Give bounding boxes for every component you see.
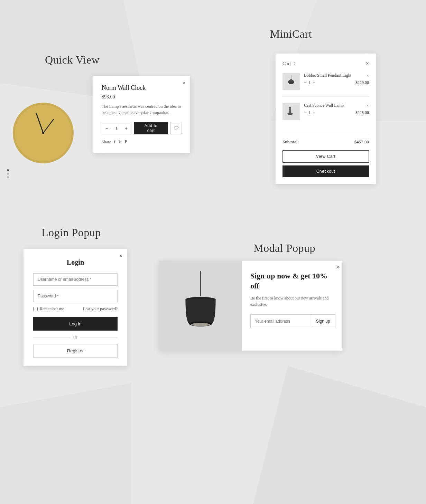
cart-item-1-remove-button[interactable]: × xyxy=(366,73,369,78)
svg-point-9 xyxy=(288,82,294,84)
cart-item-1-image xyxy=(283,73,300,90)
email-signup-input[interactable] xyxy=(251,315,311,328)
subtotal-label: Subtotal: xyxy=(283,139,299,145)
cart-item-2-price: $228.00 xyxy=(355,110,369,115)
modal-popup-section-label: Modal Popup xyxy=(253,242,315,255)
quick-view-section-label: Quick View xyxy=(45,54,100,66)
cart-item-2-remove-button[interactable]: × xyxy=(366,103,369,108)
modal-popup-description: Be the first to know about our new arriv… xyxy=(250,295,335,307)
minicart-subtotal: Subtotal: $457.00 xyxy=(283,136,369,145)
minicart-close-button[interactable]: × xyxy=(366,60,369,67)
password-input[interactable] xyxy=(33,290,118,302)
minicart-header: Cart 2 × xyxy=(283,60,369,67)
cart-item-1-details: Bobber Small Pendant Light × − 1 + $229.… xyxy=(304,73,369,85)
mini-cart-section-label: MiniCart xyxy=(270,28,312,40)
login-modal: × Login Remember me Lost your password? … xyxy=(24,249,127,366)
email-signup-row: Sign up xyxy=(250,314,335,328)
subtotal-value: $457.00 xyxy=(354,139,369,145)
dot-3 xyxy=(7,176,9,178)
image-indicators xyxy=(7,169,9,178)
cart-item-2: Cast Sconce Wall Lamp × − 1 + $228.00 xyxy=(283,103,369,126)
modal-popup-content: × Sign up now & get 10% off Be the first… xyxy=(242,261,342,351)
svg-point-5 xyxy=(42,132,44,134)
cart-item-2-top: Cast Sconce Wall Lamp × xyxy=(304,103,369,110)
wishlist-button[interactable] xyxy=(170,122,182,134)
modal-popup: × Sign up now & get 10% off Be the first… xyxy=(159,261,342,351)
svg-point-16 xyxy=(191,323,210,326)
forgot-password-link[interactable]: Lost your password? xyxy=(83,306,118,312)
remember-label[interactable]: Remember me xyxy=(33,306,64,312)
quantity-decrease-button[interactable]: − xyxy=(102,122,112,134)
minicart-title-area: Cart 2 xyxy=(283,60,296,67)
remember-row: Remember me Lost your password? xyxy=(33,306,118,312)
cart-item-2-details: Cast Sconce Wall Lamp × − 1 + $228.00 xyxy=(304,103,369,115)
quick-view-modal: × Norm Wall Clock $93.00 The Lamp's aest… xyxy=(93,76,190,153)
cart-item-1: Bobber Small Pendant Light × − 1 + $229.… xyxy=(283,73,369,97)
cart-item-2-increase-button[interactable]: + xyxy=(313,110,316,115)
cart-item-1-qty-row: − 1 + $229.00 xyxy=(304,80,369,85)
login-popup-section-label: Login Popup xyxy=(41,226,101,239)
cart-item-2-name: Cast Sconce Wall Lamp xyxy=(304,103,344,108)
quick-view-product-title: Norm Wall Clock xyxy=(102,84,182,92)
cart-item-2-image xyxy=(283,103,300,120)
signup-button[interactable]: Sign up xyxy=(311,315,335,328)
cart-item-2-qty-row: − 1 + $228.00 xyxy=(304,110,369,115)
modal-popup-close-button[interactable]: × xyxy=(336,264,339,270)
login-button[interactable]: Log in xyxy=(33,317,118,331)
dot-2 xyxy=(7,173,9,175)
add-to-cart-button[interactable]: Add to cart xyxy=(134,122,168,134)
minicart-count: 2 xyxy=(294,61,296,67)
svg-point-11 xyxy=(287,113,293,115)
cart-item-2-decrease-button[interactable]: − xyxy=(304,110,307,115)
twitter-icon[interactable]: 𝕏 xyxy=(118,139,122,145)
quick-view-description: The Lamp's aesthetic was centred on the … xyxy=(102,103,182,116)
remember-me-text: Remember me xyxy=(40,306,64,312)
modal-popup-title: Sign up now & get 10% off xyxy=(250,271,335,291)
quantity-control: − 1 + xyxy=(102,122,131,134)
checkout-button[interactable]: Checkout xyxy=(283,165,369,177)
modal-popup-image-area xyxy=(159,261,242,351)
cart-item-1-price: $229.00 xyxy=(355,80,369,85)
minicart-modal: Cart 2 × Bobber Small Pendant Light × − … xyxy=(276,54,376,184)
cart-item-1-name: Bobber Small Pendant Light xyxy=(304,73,351,78)
login-close-button[interactable]: × xyxy=(119,253,122,259)
quantity-add-row: − 1 + Add to cart xyxy=(102,122,182,134)
dot-1 xyxy=(7,169,9,171)
quantity-value: 1 xyxy=(112,125,121,131)
share-label: Share xyxy=(102,140,111,145)
username-input[interactable] xyxy=(33,273,118,286)
view-cart-button[interactable]: View Cart xyxy=(283,150,369,163)
minicart-cart-label: Cart xyxy=(283,61,291,66)
facebook-icon[interactable]: f xyxy=(114,139,115,145)
remember-checkbox[interactable] xyxy=(33,307,38,311)
register-button[interactable]: Register xyxy=(33,344,118,358)
cart-item-1-decrease-button[interactable]: − xyxy=(304,80,307,85)
quantity-increase-button[interactable]: + xyxy=(121,122,131,134)
cart-item-1-top: Bobber Small Pendant Light × xyxy=(304,73,369,80)
svg-point-12 xyxy=(289,108,291,111)
svg-point-8 xyxy=(290,79,292,80)
share-row: Share f 𝕏 𝐏 xyxy=(102,139,182,145)
cart-item-1-qty: 1 xyxy=(309,80,311,85)
cart-item-1-increase-button[interactable]: + xyxy=(313,80,316,85)
cart-item-2-qty: 1 xyxy=(309,110,311,115)
login-or-divider: Or xyxy=(33,335,118,340)
quick-view-close-button[interactable]: × xyxy=(182,80,185,86)
quick-view-product-image: › xyxy=(10,100,93,183)
quick-view-price: $93.00 xyxy=(102,94,182,100)
login-title: Login xyxy=(33,258,118,266)
pinterest-icon[interactable]: 𝐏 xyxy=(124,139,127,145)
